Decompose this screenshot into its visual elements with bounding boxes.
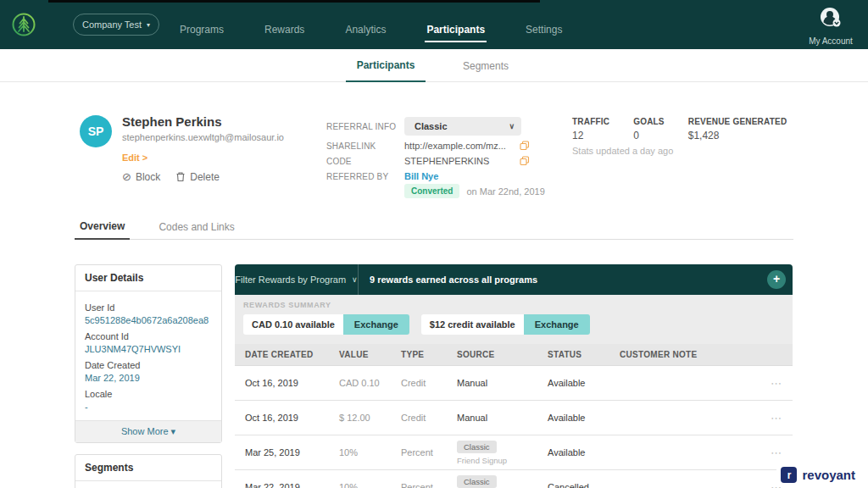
balance-amount: CAD 0.10 available <box>243 314 343 335</box>
field-account-id: Account Id JLU3NM47Q7HVWSYI <box>85 331 212 354</box>
nav-item-programs[interactable]: Programs <box>178 0 225 49</box>
row-menu-button[interactable]: ⋯ <box>748 377 782 390</box>
cell-source: Manual <box>457 413 548 423</box>
add-reward-button[interactable]: + <box>767 270 786 289</box>
copy-icon <box>520 156 530 166</box>
revoyant-brand-text: revoyant <box>802 468 855 482</box>
cell-date: Oct 16, 2019 <box>245 413 339 423</box>
sharelink-value: http://example.com/mz... <box>404 141 513 151</box>
detail-tabs: Overview Codes and Links <box>75 214 793 240</box>
block-button[interactable]: ⊘ Block <box>122 170 160 183</box>
program-badge: Classic <box>457 441 497 453</box>
cell-status: Available <box>548 378 620 388</box>
field-label: Locale <box>85 389 212 399</box>
my-account-label: My Account <box>804 36 858 46</box>
cell-type: Percent <box>401 482 457 488</box>
user-avatar-icon <box>818 6 843 31</box>
nav-label: Settings <box>524 7 564 42</box>
main-nav: Programs Rewards Analytics Participants … <box>178 0 564 49</box>
participant-avatar: SP <box>80 115 112 147</box>
cell-value: CAD 0.10 <box>339 378 401 388</box>
subtab-participants[interactable]: Participants <box>346 49 426 82</box>
cell-date: Mar 25, 2019 <box>245 447 339 458</box>
nav-label: Rewards <box>263 7 306 42</box>
filter-rewards-dropdown[interactable]: Filter Rewards by Program ∨ <box>235 264 359 295</box>
stat-value: 12 <box>572 130 609 141</box>
nav-item-rewards[interactable]: Rewards <box>263 0 306 49</box>
page: Company Test ▾ Programs Rewards Analytic… <box>0 0 868 488</box>
stats-updated-note: Stats updated a day ago <box>572 146 673 156</box>
source-subtext: Friend Signup <box>457 456 548 465</box>
stat-goals: GOALS 0 <box>633 117 665 141</box>
cell-status: Cancelled <box>548 482 620 488</box>
segments-card: Segments Segment A x add segment <box>75 454 222 488</box>
trash-icon <box>175 171 186 182</box>
referral-info-label: REFERRAL INFO <box>326 122 404 131</box>
code-label: CODE <box>326 157 404 166</box>
code-value: STEPHENPERKINS <box>404 156 513 166</box>
table-row: Mar 22, 2019 10% Percent Classic Friend … <box>235 470 793 488</box>
chevron-down-icon: ∨ <box>509 122 515 130</box>
revoyant-logo-icon: r <box>781 467 797 483</box>
exchange-button[interactable]: Exchange <box>343 314 409 335</box>
stat-label: TRAFFIC <box>572 117 609 126</box>
referred-by-label: REFERRED BY <box>326 172 404 181</box>
rewards-summary: REWARDS SUMMARY CAD 0.10 available Excha… <box>235 295 793 344</box>
subtab-segments[interactable]: Segments <box>448 49 524 82</box>
row-menu-button[interactable]: ⋯ <box>748 412 782 424</box>
exchange-button[interactable]: Exchange <box>524 314 590 335</box>
table-row: Mar 25, 2019 10% Percent Classic Friend … <box>235 435 793 470</box>
app-logo[interactable] <box>10 11 37 38</box>
stats-block: TRAFFIC 12 GOALS 0 REVENUE GENERATED $1,… <box>572 117 810 141</box>
stat-value: $1,428 <box>688 130 787 141</box>
participant-header: SP Stephen Perkins stephenperkins.uexwlt… <box>0 82 868 214</box>
delete-label: Delete <box>190 171 220 183</box>
block-icon: ⊘ <box>122 170 131 183</box>
cell-status: Available <box>548 413 620 423</box>
copy-sharelink-button[interactable] <box>520 141 530 151</box>
cell-source: Manual <box>457 378 548 388</box>
field-value: Mar 22, 2019 <box>85 373 212 383</box>
sharelink-label: SHARELINK <box>326 141 404 151</box>
cell-date: Mar 22, 2019 <box>245 482 339 488</box>
participant-email: stephenperkins.uexwltgh@mailosaur.io <box>122 132 284 142</box>
company-selector[interactable]: Company Test ▾ <box>73 14 159 36</box>
nav-item-settings[interactable]: Settings <box>524 0 564 49</box>
tab-overview[interactable]: Overview <box>75 214 130 240</box>
tab-codes-and-links[interactable]: Codes and Links <box>153 214 239 240</box>
show-more-button[interactable]: Show More ▾ <box>75 420 221 442</box>
my-account-menu[interactable]: My Account <box>804 6 858 46</box>
stat-value: 0 <box>633 130 665 141</box>
cell-date: Oct 16, 2019 <box>245 378 339 388</box>
converted-date: on Mar 22nd, 2019 <box>466 186 544 197</box>
cell-status: Available <box>548 447 620 458</box>
cell-type: Percent <box>401 447 457 458</box>
cell-type: Credit <box>401 378 457 388</box>
cell-source: Classic Friend Signup <box>457 475 548 488</box>
referral-program-value: Classic <box>415 121 448 131</box>
balance-credit: $12 credit available Exchange <box>421 314 590 335</box>
cell-source: Classic Friend Signup <box>457 441 548 465</box>
stat-revenue: REVENUE GENERATED $1,428 <box>688 117 787 141</box>
copy-code-button[interactable] <box>520 156 530 166</box>
row-menu-button[interactable]: ⋯ <box>748 446 782 459</box>
referred-by-link[interactable]: Bill Nye <box>404 171 438 181</box>
converted-badge: Converted <box>404 184 459 198</box>
nav-item-participants[interactable]: Participants <box>425 0 487 49</box>
field-label: User Id <box>85 302 212 313</box>
col-value: VALUE <box>339 350 401 359</box>
cell-value: 10% <box>339 447 401 458</box>
referral-program-select[interactable]: Classic ∨ <box>404 117 521 136</box>
nav-item-analytics[interactable]: Analytics <box>343 0 387 49</box>
delete-button[interactable]: Delete <box>175 170 220 183</box>
referral-info-block: REFERRAL INFO Classic ∨ SHARELINK http:/… <box>326 117 545 198</box>
col-type: TYPE <box>401 350 457 359</box>
stat-label: REVENUE GENERATED <box>688 117 787 126</box>
field-value: 5c951288e4b0672a6a208ea8 <box>85 315 212 325</box>
rewards-filter-bar: Filter Rewards by Program ∨ 9 rewards ea… <box>235 264 793 295</box>
field-value: - <box>85 402 212 412</box>
field-value: JLU3NM47Q7HVWSYI <box>85 344 212 354</box>
edit-link[interactable]: Edit > <box>122 152 147 163</box>
cell-value: $ 12.00 <box>339 413 401 423</box>
col-customer-note: CUSTOMER NOTE <box>620 350 748 359</box>
